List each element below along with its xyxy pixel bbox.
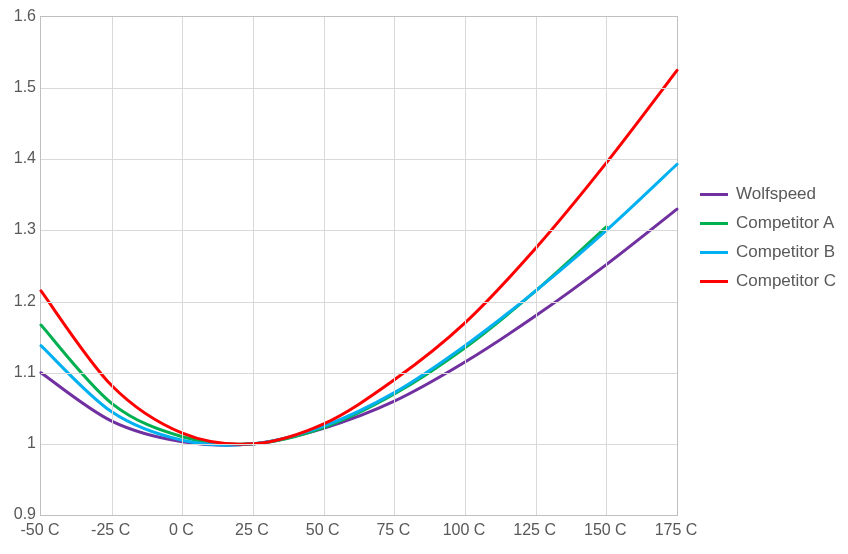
gridline-h: [41, 444, 677, 445]
legend-item: Competitor C: [700, 271, 836, 291]
gridline-v: [394, 17, 395, 515]
x-tick-label: 25 C: [235, 522, 269, 538]
gridline-v: [536, 17, 537, 515]
y-tick-label: 1.1: [2, 364, 36, 380]
y-tick-label: 0.9: [2, 506, 36, 522]
legend-item: Competitor A: [700, 213, 836, 233]
x-tick-label: 0 C: [169, 522, 194, 538]
gridline-v: [182, 17, 183, 515]
y-tick-label: 1.5: [2, 79, 36, 95]
legend-swatch: [700, 280, 728, 283]
y-tick-label: 1.2: [2, 293, 36, 309]
gridline-v: [606, 17, 607, 515]
x-tick-label: 175 C: [655, 522, 698, 538]
gridline-h: [41, 302, 677, 303]
y-tick-label: 1.4: [2, 150, 36, 166]
gridline-v: [253, 17, 254, 515]
legend-swatch: [700, 251, 728, 254]
legend: WolfspeedCompetitor ACompetitor BCompeti…: [700, 175, 836, 300]
legend-label: Competitor B: [736, 242, 835, 262]
gridline-h: [41, 230, 677, 231]
x-tick-label: 100 C: [443, 522, 486, 538]
legend-label: Competitor C: [736, 271, 836, 291]
x-tick-label: 150 C: [584, 522, 627, 538]
x-tick-label: 125 C: [513, 522, 556, 538]
gridline-h: [41, 159, 677, 160]
x-tick-label: -25 C: [91, 522, 130, 538]
gridline-h: [41, 373, 677, 374]
series-competitor-c: [41, 70, 677, 444]
plot-area: [40, 16, 678, 516]
legend-swatch: [700, 222, 728, 225]
y-tick-label: 1: [2, 435, 36, 451]
legend-label: Competitor A: [736, 213, 834, 233]
gridline-v: [112, 17, 113, 515]
x-tick-label: 50 C: [306, 522, 340, 538]
legend-item: Wolfspeed: [700, 184, 836, 204]
legend-swatch: [700, 193, 728, 196]
gridline-h: [41, 88, 677, 89]
y-tick-label: 1.3: [2, 221, 36, 237]
gridline-v: [465, 17, 466, 515]
gridline-v: [324, 17, 325, 515]
legend-label: Wolfspeed: [736, 184, 816, 204]
y-tick-label: 1.6: [2, 8, 36, 24]
x-tick-label: 75 C: [376, 522, 410, 538]
legend-item: Competitor B: [700, 242, 836, 262]
chart-container: WolfspeedCompetitor ACompetitor BCompeti…: [0, 0, 848, 554]
series-layer: [41, 17, 677, 515]
x-tick-label: -50 C: [20, 522, 59, 538]
